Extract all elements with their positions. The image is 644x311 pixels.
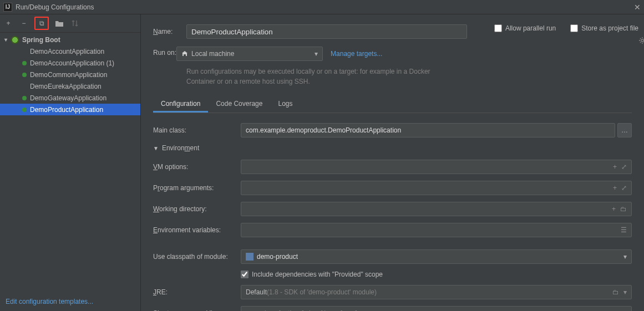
env-vars-input[interactable]: ☰ — [241, 223, 632, 237]
main-class-label: Main class: — [153, 126, 241, 134]
copy-button[interactable]: ⧉ — [37, 18, 47, 28]
tree-item-label: DemoGatewayApplication — [30, 94, 107, 102]
list-icon[interactable]: ☰ — [621, 226, 627, 234]
browse-class-button[interactable]: … — [617, 123, 632, 137]
jre-label: JRE: — [153, 288, 241, 296]
tree-item-label: DemoEurekaApplication — [30, 83, 102, 90]
expand-icon[interactable]: ⤢ — [621, 184, 627, 192]
module-icon — [246, 253, 253, 261]
runon-label: Run on: — [153, 47, 176, 57]
jre-value-detail: (1.8 - SDK of 'demo-product' module) — [267, 288, 377, 296]
main-class-input[interactable] — [241, 123, 615, 137]
folder-icon[interactable]: 🗀 — [620, 205, 627, 213]
tree-item[interactable]: DemoGatewayApplication — [0, 92, 140, 104]
tab-logs[interactable]: Logs — [270, 96, 300, 113]
run-indicator-icon — [22, 49, 27, 54]
name-label: Name: — [153, 28, 186, 35]
tree-root-spring-boot[interactable]: ▾ Spring Boot — [0, 34, 140, 45]
run-indicator-icon — [22, 84, 27, 89]
sort-button[interactable] — [70, 18, 80, 28]
vm-options-label: VM options: — [153, 163, 241, 171]
jre-value-prefix: Default — [246, 288, 267, 296]
window-title: Run/Debug Configurations — [16, 3, 94, 11]
expand-icon[interactable]: ⤢ — [621, 163, 627, 171]
tab-code-coverage[interactable]: Code Coverage — [208, 96, 270, 113]
shorten-select[interactable]: none - java [options] className [args] ▾ — [241, 306, 632, 311]
config-tabs: Configuration Code Coverage Logs — [153, 96, 632, 113]
include-deps-checkbox[interactable]: Include dependencies with "Provided" sco… — [241, 271, 383, 278]
allow-parallel-label: Allow parallel run — [505, 24, 556, 32]
name-input[interactable] — [186, 24, 467, 39]
working-dir-input[interactable]: +🗀 — [241, 202, 632, 216]
chevron-down-icon: ▾ — [623, 253, 627, 261]
store-project-label: Store as project file — [581, 24, 638, 32]
tree-item-label: DemoCommonApplication — [30, 71, 107, 79]
chevron-down-icon: ▾ — [315, 50, 318, 58]
remove-button[interactable]: − — [19, 18, 29, 28]
tree-item-selected[interactable]: DemoProductApplication — [0, 104, 140, 115]
edit-templates-link[interactable]: Edit configuration templates... — [6, 298, 93, 305]
svg-point-0 — [641, 39, 643, 42]
working-dir-label: Working directory: — [153, 205, 241, 213]
program-args-label: Program arguments: — [153, 184, 241, 192]
runon-select[interactable]: Local machine ▾ — [176, 47, 323, 61]
classpath-label: Use classpath of module: — [153, 253, 241, 261]
add-icon[interactable]: + — [613, 163, 617, 171]
classpath-select[interactable]: demo-product ▾ — [241, 249, 632, 264]
env-vars-label: Environment variables: — [153, 226, 241, 234]
add-icon[interactable]: + — [613, 184, 617, 192]
program-args-input[interactable]: +⤢ — [241, 181, 632, 195]
chevron-down-icon: ▾ — [4, 37, 11, 43]
jre-select[interactable]: Default (1.8 - SDK of 'demo-product' mod… — [241, 285, 632, 299]
allow-parallel-checkbox[interactable]: Allow parallel run — [494, 24, 556, 32]
tree-item[interactable]: DemoAccountApplication (1) — [0, 57, 140, 69]
runon-value: Local machine — [191, 50, 234, 58]
config-tree: ▾ Spring Boot DemoAccountApplication Dem… — [0, 33, 140, 292]
manage-targets-link[interactable]: Manage targets... — [331, 50, 382, 58]
add-button[interactable]: + — [3, 18, 13, 28]
runon-hint: Run configurations may be executed local… — [186, 67, 442, 86]
tree-item-label: DemoProductApplication — [30, 106, 103, 114]
environment-section-toggle[interactable]: ▼ Environment — [153, 144, 632, 152]
gear-icon[interactable] — [638, 37, 644, 44]
tree-item[interactable]: DemoEurekaApplication — [0, 80, 140, 92]
triangle-down-icon: ▼ — [153, 145, 159, 151]
classpath-value: demo-product — [257, 253, 298, 261]
spring-boot-icon — [11, 36, 19, 44]
vm-options-input[interactable]: +⤢ — [241, 160, 632, 174]
intellij-icon: IJ — [3, 3, 12, 12]
chevron-down-icon: ▾ — [623, 288, 627, 296]
run-indicator-icon — [22, 96, 27, 100]
tree-item-label: DemoAccountApplication — [30, 48, 104, 55]
close-icon[interactable]: ✕ — [634, 3, 641, 12]
home-icon — [181, 50, 188, 57]
tree-item[interactable]: DemoCommonApplication — [0, 69, 140, 80]
run-indicator-icon — [22, 61, 27, 65]
add-icon[interactable]: + — [612, 205, 616, 213]
tab-configuration[interactable]: Configuration — [153, 96, 208, 113]
run-indicator-icon — [22, 73, 27, 77]
run-indicator-icon — [22, 108, 27, 112]
include-deps-label: Include dependencies with "Provided" sco… — [252, 271, 383, 278]
store-project-checkbox[interactable]: Store as project file — [570, 24, 638, 32]
tree-item[interactable]: DemoAccountApplication — [0, 45, 140, 57]
tree-item-label: DemoAccountApplication (1) — [30, 59, 114, 67]
config-toolbar: + − ⧉ — [0, 14, 140, 33]
tree-root-label: Spring Boot — [22, 36, 60, 44]
folder-button[interactable] — [54, 18, 64, 28]
folder-icon[interactable]: 🗀 — [612, 288, 619, 296]
